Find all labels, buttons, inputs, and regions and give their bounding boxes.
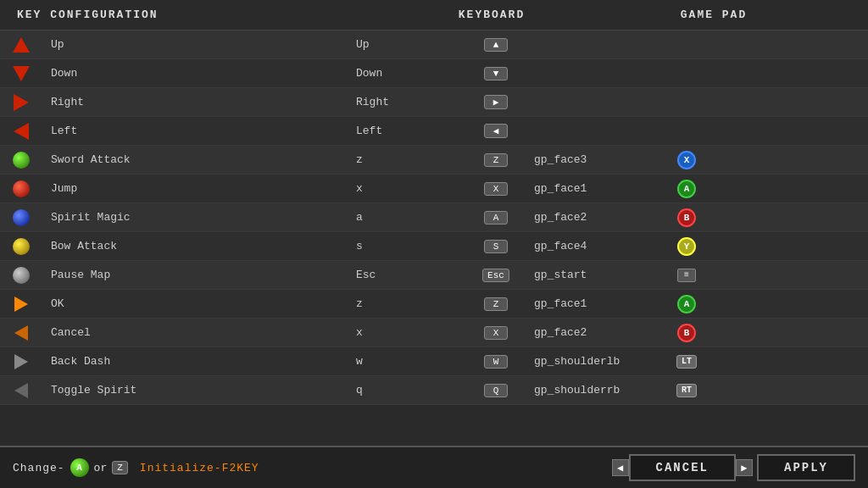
- row-name-jump: Jump: [42, 182, 212, 195]
- table-row[interactable]: OKzZgp_face1A: [0, 290, 868, 319]
- ok-icon: [14, 297, 28, 312]
- keyboard-toggle: q: [348, 384, 475, 396]
- row-name-right: Right: [42, 96, 212, 108]
- keyboard-up: Up: [348, 38, 475, 51]
- up-icon: [13, 37, 30, 53]
- nav-arrow-right[interactable]: ▶: [736, 459, 753, 476]
- kb-key-up: ▲: [484, 38, 508, 52]
- row-name-up: Up: [42, 38, 212, 51]
- kb-key-down: ▼: [484, 67, 508, 80]
- pause-icon: [13, 267, 30, 284]
- gp-name-toggle: gp_shoulderrb: [517, 384, 661, 396]
- kb-badge-up[interactable]: ▲: [475, 38, 517, 52]
- table-row[interactable]: Toggle SpiritqQgp_shoulderrbRT: [0, 376, 868, 405]
- kb-badge-down[interactable]: ▼: [475, 67, 517, 80]
- gp-name-jump: gp_face1: [517, 182, 661, 195]
- header-keyboard: KEYBOARD: [407, 8, 576, 21]
- table-row[interactable]: CancelxXgp_face2B: [0, 319, 868, 347]
- left-icon: [14, 123, 29, 140]
- row-name-backdash: Back Dash: [42, 355, 212, 368]
- kb-badge-backdash[interactable]: W: [475, 355, 517, 369]
- kb-key-spirit: A: [484, 211, 508, 225]
- table-row[interactable]: JumpxXgp_face1A: [0, 175, 868, 203]
- gp-btn-spirit[interactable]: B: [661, 208, 712, 227]
- kb-badge-jump[interactable]: X: [475, 182, 517, 196]
- table-row[interactable]: DownDown▼: [0, 59, 868, 88]
- gp-icon-sword: X: [677, 151, 696, 169]
- kb-badge-spirit[interactable]: A: [475, 211, 517, 225]
- table-row[interactable]: Spirit MagicaAgp_face2B: [0, 203, 868, 232]
- gp-icon-cancel: B: [677, 324, 696, 342]
- nav-arrow-left[interactable]: ◀: [612, 459, 629, 476]
- table-row[interactable]: Back DashwWgp_shoulderlbLT: [0, 347, 868, 376]
- kb-badge-right[interactable]: ▶: [475, 95, 517, 109]
- kb-badge-toggle[interactable]: Q: [475, 384, 517, 397]
- right-icon: [14, 94, 29, 111]
- header-key-config: KEY CONFIGURATION: [17, 8, 407, 21]
- gp-name-sword: gp_face3: [517, 153, 661, 166]
- down-icon: [13, 66, 30, 81]
- icon-right: [0, 94, 42, 111]
- keyboard-sword: z: [348, 153, 475, 166]
- gp-icon-bow: Y: [677, 237, 696, 256]
- icon-backdash: [0, 354, 42, 369]
- gp-icon-jump: A: [677, 180, 696, 198]
- jump-icon: [13, 180, 30, 197]
- gp-icon-toggle: RT: [676, 384, 697, 397]
- kb-badge-ok[interactable]: Z: [475, 297, 517, 311]
- bow-icon: [13, 238, 30, 255]
- gp-btn-jump[interactable]: A: [661, 180, 712, 198]
- row-name-left: Left: [42, 125, 212, 137]
- row-name-sword: Sword Attack: [42, 153, 212, 166]
- keyboard-spirit: a: [348, 211, 475, 224]
- row-name-toggle: Toggle Spirit: [42, 384, 212, 396]
- table-row[interactable]: Pause MapEscEscgp_start≡: [0, 261, 868, 290]
- table-row[interactable]: Sword AttackzZgp_face3X: [0, 146, 868, 175]
- table-row[interactable]: UpUp▲: [0, 30, 868, 59]
- gp-btn-bow[interactable]: Y: [661, 237, 712, 256]
- main-container: KEY CONFIGURATION KEYBOARD GAME PAD UpUp…: [0, 0, 868, 488]
- gp-btn-sword[interactable]: X: [661, 151, 712, 169]
- kb-badge-sword[interactable]: Z: [475, 153, 517, 167]
- keyboard-backdash: w: [348, 355, 475, 368]
- table-row[interactable]: LeftLeft◀: [0, 117, 868, 146]
- keyboard-cancel: x: [348, 326, 475, 339]
- footer-left: Change- A or Z Initialize-F2KEY: [13, 458, 612, 477]
- cancel-button[interactable]: CANCEL: [629, 454, 736, 481]
- backdash-icon: [14, 354, 28, 369]
- kb-key-right: ▶: [484, 95, 508, 109]
- icon-spirit: [0, 209, 42, 226]
- keyboard-left: Left: [348, 125, 475, 137]
- gp-btn-cancel[interactable]: B: [661, 324, 712, 342]
- icon-up: [0, 37, 42, 53]
- icon-ok: [0, 297, 42, 312]
- icon-bow: [0, 238, 42, 255]
- kb-key-backdash: W: [484, 355, 508, 369]
- kb-key-bow: S: [484, 240, 508, 253]
- kb-badge-pause[interactable]: Esc: [475, 269, 517, 282]
- kb-badge-cancel[interactable]: X: [475, 326, 517, 340]
- gp-btn-pause[interactable]: ≡: [661, 269, 712, 282]
- table-row[interactable]: RightRight▶: [0, 88, 868, 117]
- kb-key-left: ◀: [484, 124, 508, 138]
- gp-btn-ok[interactable]: A: [661, 295, 712, 313]
- table-row[interactable]: Bow AttacksSgp_face4Y: [0, 232, 868, 261]
- keyboard-ok: z: [348, 297, 475, 310]
- footer-or-label: or: [94, 462, 108, 474]
- row-name-spirit: Spirit Magic: [42, 211, 212, 224]
- keyboard-down: Down: [348, 67, 475, 80]
- gp-name-pause: gp_start: [517, 269, 661, 281]
- gp-icon-pause: ≡: [677, 269, 696, 282]
- footer-a-button: A: [70, 458, 89, 477]
- keyboard-right: Right: [348, 96, 475, 108]
- gp-btn-backdash[interactable]: LT: [661, 355, 712, 369]
- gp-btn-toggle[interactable]: RT: [661, 384, 712, 397]
- gp-name-cancel: gp_face2: [517, 326, 661, 339]
- keyboard-bow: s: [348, 240, 475, 252]
- kb-badge-bow[interactable]: S: [475, 240, 517, 253]
- header-gamepad: GAME PAD: [576, 8, 851, 21]
- footer-init-label: Initialize-F2KEY: [140, 462, 259, 474]
- kb-badge-left[interactable]: ◀: [475, 124, 517, 138]
- apply-button[interactable]: APPLY: [757, 454, 855, 481]
- icon-down: [0, 66, 42, 81]
